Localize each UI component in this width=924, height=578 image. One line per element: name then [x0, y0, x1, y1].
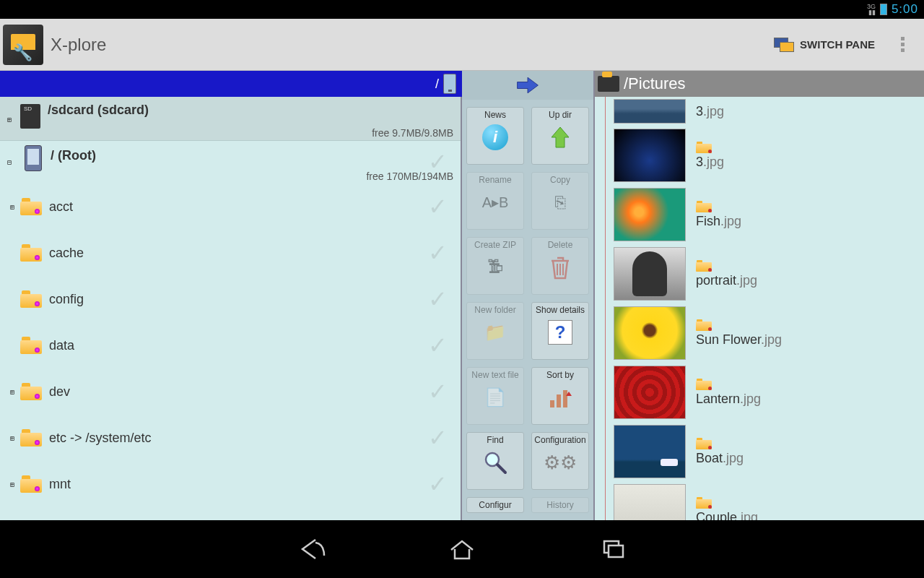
- details-icon: ?: [546, 318, 575, 347]
- right-path-bar[interactable]: /Pictures: [595, 71, 924, 97]
- toolbar-history-button: History: [531, 497, 589, 513]
- find-icon: [481, 448, 510, 477]
- newfold-icon: 📁: [481, 318, 510, 347]
- toolbar-configur-button[interactable]: Configur: [466, 497, 524, 513]
- info-icon: i: [481, 123, 510, 152]
- toolbar-button-label: Sort by: [546, 371, 574, 380]
- toolbar-button-label: History: [546, 501, 573, 510]
- check-icon[interactable]: ✓: [428, 470, 448, 498]
- toolbar-button-label: Copy: [550, 176, 570, 185]
- toolbar-configuration-button[interactable]: Configuration⚙⚙: [531, 432, 589, 490]
- trash-icon: [546, 253, 575, 282]
- file-name: Lantern.jpg: [696, 392, 761, 407]
- switch-pane-label: SWITCH PANE: [800, 38, 875, 51]
- file-row[interactable]: portrait.jpg: [614, 244, 924, 303]
- expand-icon[interactable]: ⊞: [4, 116, 14, 124]
- toolbar-sort-by-button[interactable]: Sort by: [531, 367, 589, 425]
- switch-pane-icon: [774, 38, 794, 52]
- svg-line-8: [497, 465, 505, 473]
- file-type-icon: [696, 260, 712, 272]
- svg-rect-4: [550, 400, 554, 407]
- dir-row[interactable]: ⊞config✓: [0, 276, 461, 322]
- toolbar-find-button[interactable]: Find: [466, 432, 524, 490]
- check-icon[interactable]: ✓: [428, 424, 448, 452]
- file-row[interactable]: Boat.jpg: [614, 422, 924, 481]
- left-path-bar[interactable]: /: [0, 71, 462, 97]
- up-icon: [546, 123, 575, 152]
- toolbar-button-label: Configuration: [534, 436, 585, 445]
- sdcard-free: free 9.7MB/9.8MB: [372, 127, 453, 139]
- right-file-list[interactable]: 3.jpg3.jpgFish.jpgportrait.jpgSun Flower…: [595, 97, 924, 520]
- toolbar-button-label: New folder: [474, 306, 515, 315]
- check-icon[interactable]: ✓: [428, 285, 448, 313]
- battery-icon: [880, 4, 887, 15]
- check-icon[interactable]: ✓: [428, 332, 448, 359]
- toolbar-delete-button: Delete: [531, 237, 589, 295]
- dir-row[interactable]: ⊞mnt✓: [0, 461, 461, 507]
- file-row[interactable]: Couple.jpg: [614, 481, 924, 520]
- file-name: portrait.jpg: [696, 273, 757, 288]
- recents-button[interactable]: [596, 535, 632, 564]
- file-row[interactable]: Lantern.jpg: [614, 363, 924, 422]
- svg-marker-0: [518, 77, 539, 93]
- thumbnail: [614, 484, 686, 520]
- file-type-icon: [696, 201, 712, 212]
- toolbar-button-label: Up dir: [549, 111, 572, 120]
- expand-icon[interactable]: ⊞: [7, 480, 17, 488]
- folder-icon: [20, 429, 42, 447]
- dir-row[interactable]: ⊞dev✓: [0, 368, 461, 415]
- left-pane: / ⊞ /sdcard (sdcard) free 9.7MB/9.8MB ⊟ …: [0, 71, 462, 520]
- folder-icon: [20, 475, 42, 493]
- file-row[interactable]: 3.jpg: [614, 126, 924, 185]
- check-icon[interactable]: ✓: [428, 239, 448, 267]
- expand-icon[interactable]: ⊞: [7, 203, 17, 211]
- dir-label: dev: [49, 384, 70, 400]
- thumbnail: [614, 366, 686, 419]
- dir-label: etc -> /system/etc: [49, 431, 152, 446]
- dir-row[interactable]: ⊞acct✓: [0, 184, 461, 230]
- overflow-menu-button[interactable]: [888, 19, 917, 70]
- folder-icon: [20, 244, 42, 262]
- check-icon[interactable]: ✓: [428, 193, 448, 220]
- back-button[interactable]: [292, 535, 328, 564]
- toolbar-new-text-file-button: New text file📄: [466, 367, 524, 425]
- arrow-right-icon: [515, 74, 541, 96]
- sdcard-label: /sdcard (sdcard): [48, 103, 149, 118]
- root-free: free 170MB/194MB: [366, 171, 453, 182]
- copy-icon: ⎘: [546, 188, 575, 217]
- svg-rect-6: [563, 390, 567, 407]
- thumbnail: [614, 99, 686, 124]
- dir-row[interactable]: ⊞etc -> /system/etc✓: [0, 415, 461, 461]
- transfer-direction[interactable]: [462, 71, 593, 100]
- file-row[interactable]: Fish.jpg: [614, 185, 924, 244]
- sdcard-row[interactable]: ⊞ /sdcard (sdcard) free 9.7MB/9.8MB: [0, 97, 461, 140]
- file-name: Couple.jpg: [696, 510, 758, 521]
- toolbar-up-dir-button[interactable]: Up dir: [531, 107, 589, 165]
- file-name: 3.jpg: [696, 104, 724, 119]
- home-button[interactable]: [444, 535, 480, 564]
- file-row[interactable]: 3.jpg: [614, 97, 924, 126]
- svg-rect-10: [609, 545, 623, 557]
- folder-icon: [20, 198, 42, 215]
- dir-row[interactable]: ⊞cache✓: [0, 230, 461, 276]
- svg-rect-5: [557, 394, 561, 407]
- toolbar-button-label: Show details: [536, 306, 585, 315]
- app-icon[interactable]: 🔧: [3, 25, 43, 65]
- collapse-icon[interactable]: ⊟: [4, 158, 14, 166]
- root-row[interactable]: ⊟ / (Root) ✓ free 170MB/194MB: [0, 140, 461, 184]
- check-icon[interactable]: ✓: [428, 378, 448, 405]
- right-pane: /Pictures 3.jpg3.jpgFish.jpgportrait.jpg…: [593, 71, 924, 520]
- left-file-tree[interactable]: ⊞ /sdcard (sdcard) free 9.7MB/9.8MB ⊟ / …: [0, 97, 462, 520]
- toolbar-show-details-button[interactable]: Show details?: [531, 302, 589, 360]
- zip-icon: 🗜: [481, 253, 510, 282]
- toolbar-new-folder-button: New folder📁: [466, 302, 524, 360]
- thumbnail: [614, 188, 686, 241]
- expand-icon[interactable]: ⊞: [7, 434, 17, 442]
- newtxt-icon: 📄: [481, 383, 510, 412]
- dir-row[interactable]: ⊞data✓: [0, 322, 461, 368]
- gears-icon: ⚙⚙: [546, 448, 575, 477]
- toolbar-news-button[interactable]: Newsi: [466, 107, 524, 165]
- expand-icon[interactable]: ⊞: [7, 388, 17, 396]
- switch-pane-button[interactable]: SWITCH PANE: [761, 19, 888, 70]
- file-row[interactable]: Sun Flower.jpg: [614, 303, 924, 363]
